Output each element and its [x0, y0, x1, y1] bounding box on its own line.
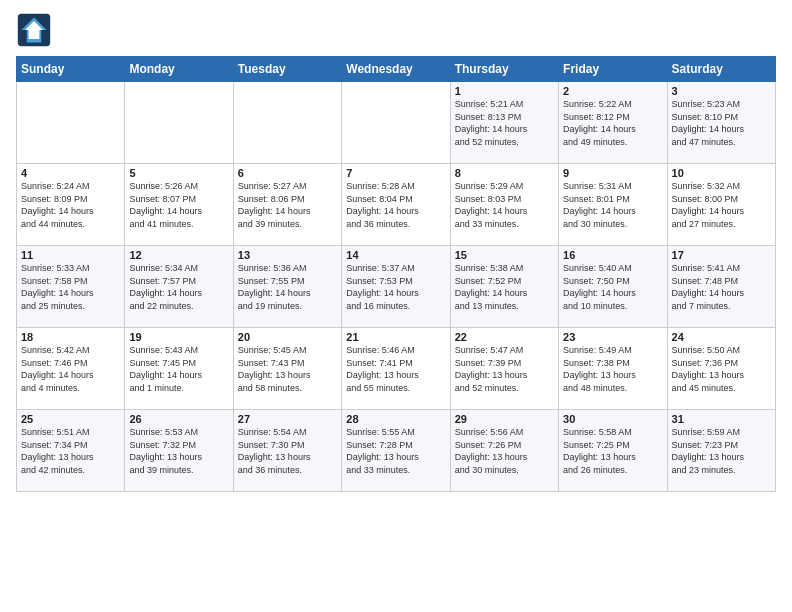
calendar-cell: 13Sunrise: 5:36 AM Sunset: 7:55 PM Dayli…	[233, 246, 341, 328]
day-info: Sunrise: 5:49 AM Sunset: 7:38 PM Dayligh…	[563, 344, 662, 394]
day-number: 9	[563, 167, 662, 179]
day-number: 30	[563, 413, 662, 425]
calendar-cell: 4Sunrise: 5:24 AM Sunset: 8:09 PM Daylig…	[17, 164, 125, 246]
day-info: Sunrise: 5:24 AM Sunset: 8:09 PM Dayligh…	[21, 180, 120, 230]
calendar-cell: 28Sunrise: 5:55 AM Sunset: 7:28 PM Dayli…	[342, 410, 450, 492]
day-info: Sunrise: 5:29 AM Sunset: 8:03 PM Dayligh…	[455, 180, 554, 230]
calendar-cell: 22Sunrise: 5:47 AM Sunset: 7:39 PM Dayli…	[450, 328, 558, 410]
day-number: 22	[455, 331, 554, 343]
calendar-cell: 26Sunrise: 5:53 AM Sunset: 7:32 PM Dayli…	[125, 410, 233, 492]
header-cell-thursday: Thursday	[450, 57, 558, 82]
day-number: 14	[346, 249, 445, 261]
day-number: 8	[455, 167, 554, 179]
calendar-cell: 30Sunrise: 5:58 AM Sunset: 7:25 PM Dayli…	[559, 410, 667, 492]
day-number: 27	[238, 413, 337, 425]
day-number: 10	[672, 167, 771, 179]
day-info: Sunrise: 5:59 AM Sunset: 7:23 PM Dayligh…	[672, 426, 771, 476]
calendar-week-2: 4Sunrise: 5:24 AM Sunset: 8:09 PM Daylig…	[17, 164, 776, 246]
calendar-table: SundayMondayTuesdayWednesdayThursdayFrid…	[16, 56, 776, 492]
day-number: 29	[455, 413, 554, 425]
day-number: 1	[455, 85, 554, 97]
day-info: Sunrise: 5:55 AM Sunset: 7:28 PM Dayligh…	[346, 426, 445, 476]
calendar-cell	[125, 82, 233, 164]
calendar-cell: 12Sunrise: 5:34 AM Sunset: 7:57 PM Dayli…	[125, 246, 233, 328]
calendar-cell: 14Sunrise: 5:37 AM Sunset: 7:53 PM Dayli…	[342, 246, 450, 328]
day-info: Sunrise: 5:37 AM Sunset: 7:53 PM Dayligh…	[346, 262, 445, 312]
day-number: 23	[563, 331, 662, 343]
calendar-week-1: 1Sunrise: 5:21 AM Sunset: 8:13 PM Daylig…	[17, 82, 776, 164]
calendar-header: SundayMondayTuesdayWednesdayThursdayFrid…	[17, 57, 776, 82]
header-cell-wednesday: Wednesday	[342, 57, 450, 82]
calendar-cell: 18Sunrise: 5:42 AM Sunset: 7:46 PM Dayli…	[17, 328, 125, 410]
day-number: 20	[238, 331, 337, 343]
day-number: 11	[21, 249, 120, 261]
calendar-cell: 10Sunrise: 5:32 AM Sunset: 8:00 PM Dayli…	[667, 164, 775, 246]
day-info: Sunrise: 5:56 AM Sunset: 7:26 PM Dayligh…	[455, 426, 554, 476]
day-info: Sunrise: 5:42 AM Sunset: 7:46 PM Dayligh…	[21, 344, 120, 394]
day-info: Sunrise: 5:50 AM Sunset: 7:36 PM Dayligh…	[672, 344, 771, 394]
calendar-cell: 29Sunrise: 5:56 AM Sunset: 7:26 PM Dayli…	[450, 410, 558, 492]
header-cell-tuesday: Tuesday	[233, 57, 341, 82]
day-info: Sunrise: 5:51 AM Sunset: 7:34 PM Dayligh…	[21, 426, 120, 476]
header-row: SundayMondayTuesdayWednesdayThursdayFrid…	[17, 57, 776, 82]
logo-icon	[16, 12, 52, 48]
calendar-cell: 3Sunrise: 5:23 AM Sunset: 8:10 PM Daylig…	[667, 82, 775, 164]
calendar-cell	[233, 82, 341, 164]
day-info: Sunrise: 5:53 AM Sunset: 7:32 PM Dayligh…	[129, 426, 228, 476]
calendar-cell	[17, 82, 125, 164]
day-number: 4	[21, 167, 120, 179]
header-cell-sunday: Sunday	[17, 57, 125, 82]
day-info: Sunrise: 5:28 AM Sunset: 8:04 PM Dayligh…	[346, 180, 445, 230]
day-info: Sunrise: 5:22 AM Sunset: 8:12 PM Dayligh…	[563, 98, 662, 148]
calendar-cell: 15Sunrise: 5:38 AM Sunset: 7:52 PM Dayli…	[450, 246, 558, 328]
calendar-week-3: 11Sunrise: 5:33 AM Sunset: 7:58 PM Dayli…	[17, 246, 776, 328]
calendar-cell: 11Sunrise: 5:33 AM Sunset: 7:58 PM Dayli…	[17, 246, 125, 328]
day-info: Sunrise: 5:45 AM Sunset: 7:43 PM Dayligh…	[238, 344, 337, 394]
day-number: 13	[238, 249, 337, 261]
day-info: Sunrise: 5:43 AM Sunset: 7:45 PM Dayligh…	[129, 344, 228, 394]
day-info: Sunrise: 5:34 AM Sunset: 7:57 PM Dayligh…	[129, 262, 228, 312]
day-number: 15	[455, 249, 554, 261]
day-number: 2	[563, 85, 662, 97]
day-info: Sunrise: 5:26 AM Sunset: 8:07 PM Dayligh…	[129, 180, 228, 230]
day-number: 25	[21, 413, 120, 425]
day-info: Sunrise: 5:54 AM Sunset: 7:30 PM Dayligh…	[238, 426, 337, 476]
header-cell-saturday: Saturday	[667, 57, 775, 82]
day-number: 28	[346, 413, 445, 425]
day-number: 5	[129, 167, 228, 179]
day-info: Sunrise: 5:58 AM Sunset: 7:25 PM Dayligh…	[563, 426, 662, 476]
calendar-cell: 8Sunrise: 5:29 AM Sunset: 8:03 PM Daylig…	[450, 164, 558, 246]
calendar-cell: 19Sunrise: 5:43 AM Sunset: 7:45 PM Dayli…	[125, 328, 233, 410]
day-number: 26	[129, 413, 228, 425]
day-number: 7	[346, 167, 445, 179]
calendar-cell: 23Sunrise: 5:49 AM Sunset: 7:38 PM Dayli…	[559, 328, 667, 410]
calendar-cell: 24Sunrise: 5:50 AM Sunset: 7:36 PM Dayli…	[667, 328, 775, 410]
calendar-cell: 20Sunrise: 5:45 AM Sunset: 7:43 PM Dayli…	[233, 328, 341, 410]
calendar-cell: 6Sunrise: 5:27 AM Sunset: 8:06 PM Daylig…	[233, 164, 341, 246]
day-info: Sunrise: 5:41 AM Sunset: 7:48 PM Dayligh…	[672, 262, 771, 312]
calendar-cell: 9Sunrise: 5:31 AM Sunset: 8:01 PM Daylig…	[559, 164, 667, 246]
page: SundayMondayTuesdayWednesdayThursdayFrid…	[0, 0, 792, 500]
day-number: 21	[346, 331, 445, 343]
header-cell-friday: Friday	[559, 57, 667, 82]
day-info: Sunrise: 5:31 AM Sunset: 8:01 PM Dayligh…	[563, 180, 662, 230]
day-number: 31	[672, 413, 771, 425]
calendar-cell: 1Sunrise: 5:21 AM Sunset: 8:13 PM Daylig…	[450, 82, 558, 164]
calendar-week-5: 25Sunrise: 5:51 AM Sunset: 7:34 PM Dayli…	[17, 410, 776, 492]
calendar-cell: 5Sunrise: 5:26 AM Sunset: 8:07 PM Daylig…	[125, 164, 233, 246]
day-info: Sunrise: 5:23 AM Sunset: 8:10 PM Dayligh…	[672, 98, 771, 148]
day-info: Sunrise: 5:40 AM Sunset: 7:50 PM Dayligh…	[563, 262, 662, 312]
day-info: Sunrise: 5:36 AM Sunset: 7:55 PM Dayligh…	[238, 262, 337, 312]
calendar-cell: 7Sunrise: 5:28 AM Sunset: 8:04 PM Daylig…	[342, 164, 450, 246]
calendar-cell: 31Sunrise: 5:59 AM Sunset: 7:23 PM Dayli…	[667, 410, 775, 492]
header-cell-monday: Monday	[125, 57, 233, 82]
day-info: Sunrise: 5:46 AM Sunset: 7:41 PM Dayligh…	[346, 344, 445, 394]
logo	[16, 12, 58, 48]
day-number: 19	[129, 331, 228, 343]
calendar-cell: 27Sunrise: 5:54 AM Sunset: 7:30 PM Dayli…	[233, 410, 341, 492]
calendar-week-4: 18Sunrise: 5:42 AM Sunset: 7:46 PM Dayli…	[17, 328, 776, 410]
day-info: Sunrise: 5:21 AM Sunset: 8:13 PM Dayligh…	[455, 98, 554, 148]
day-info: Sunrise: 5:27 AM Sunset: 8:06 PM Dayligh…	[238, 180, 337, 230]
day-number: 6	[238, 167, 337, 179]
day-info: Sunrise: 5:33 AM Sunset: 7:58 PM Dayligh…	[21, 262, 120, 312]
